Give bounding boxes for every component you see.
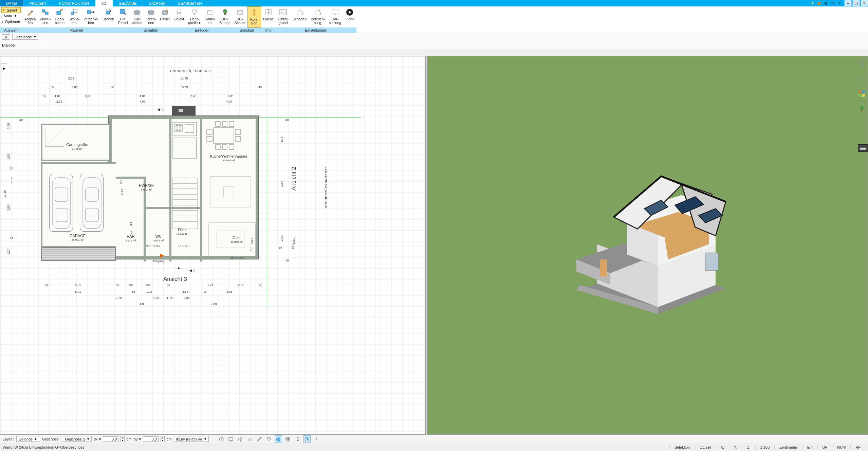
verschieben-button[interactable]: Verschie- ben: [81, 6, 100, 28]
svg-rect-0: [42, 10, 45, 12]
pinsel-button[interactable]: Pinsel: [158, 6, 172, 28]
group-info: Fläche Info: [261, 6, 276, 33]
house-shadow-icon: [295, 8, 304, 17]
menu-datei[interactable]: DATEI: [0, 0, 23, 6]
darstellung-button[interactable]: Dar- stellung: [327, 6, 343, 28]
minimize-button[interactable]: –: [844, 0, 852, 6]
titlebar-tools: ✦ ▦ ◍ ⟳ ?: [810, 0, 844, 6]
selekt-label: Selekt: [7, 8, 17, 12]
optionen-button[interactable]: + Optionen: [1, 19, 21, 24]
video-button[interactable]: Video: [343, 6, 356, 28]
kollision-button[interactable]: Kolli- sion: [247, 6, 261, 28]
zuweisen-button[interactable]: Zuwei- sen: [38, 6, 53, 28]
hintergrund-label: Hinter- grund: [278, 17, 289, 25]
ribbon: ➤ Selekt / Mark. ▾ + Optionen Auswahl Ab…: [0, 6, 868, 33]
svg-rect-6: [106, 11, 110, 14]
tool-refresh-icon[interactable]: ⟳: [830, 1, 835, 6]
tool-wrench-icon[interactable]: ✦: [810, 1, 815, 6]
chevron-down-icon: ▾: [34, 35, 36, 39]
edit-icon: [55, 8, 64, 17]
bearbeiten-button[interactable]: Bear- beiten: [53, 6, 67, 28]
cube-icon: [133, 8, 142, 17]
lightbulb-icon: [190, 8, 199, 17]
video-label: Video: [345, 17, 354, 21]
menu-spacer: [208, 0, 810, 6]
group-label-sonstige: Sonstige: [233, 28, 261, 33]
group-label-material: Material: [22, 28, 130, 33]
group-label-einstellungen: Einstellungen: [276, 28, 356, 33]
close-button[interactable]: ×: [861, 0, 868, 6]
menu-konstruktion[interactable]: KONSTRUKTION: [53, 0, 95, 6]
selekt-button[interactable]: ➤ Selekt: [1, 7, 21, 13]
bitmap3d-label: 3D- Bitmap: [219, 17, 230, 25]
svg-rect-11: [224, 13, 226, 15]
svg-rect-15: [280, 10, 287, 15]
objekt-button[interactable]: Objekt: [172, 6, 186, 28]
main-menu: DATEI PROJEKT KONSTRUKTION 3D GELÄNDE SI…: [0, 0, 868, 6]
lighting-icon: [313, 8, 322, 17]
svg-rect-17: [332, 10, 338, 14]
zuweisen-label: Zuwei- sen: [40, 17, 51, 25]
menu-bearbeiten[interactable]: BEARBEITEN: [172, 0, 208, 6]
group-label-schatten: Schatten: [130, 28, 172, 33]
group-label-einfuegen: Einfügen: [172, 28, 233, 33]
svg-point-9: [192, 9, 197, 13]
maximize-button[interactable]: ▢: [852, 0, 860, 6]
kollision-label: Kolli- sion: [250, 18, 258, 25]
rechnen-button[interactable]: Rech- nen: [144, 6, 158, 28]
svg-rect-8: [177, 10, 181, 13]
svg-rect-5: [87, 11, 91, 14]
eyedropper-icon: [26, 8, 35, 17]
drehen-button[interactable]: Drehen: [100, 6, 116, 28]
menu-gelaende[interactable]: GELÄNDE: [113, 0, 143, 6]
bitmap3d-button[interactable]: 3D- Bitmap: [217, 6, 233, 28]
lichtquelle-label: Licht- quelle ▾: [188, 17, 201, 25]
hintergrund-button[interactable]: Hinter- grund: [276, 6, 291, 28]
darstellen-label: Dar- stellen: [132, 17, 142, 25]
svg-point-13: [253, 9, 255, 11]
abgreifen-label: Abgrei- fen: [24, 17, 36, 25]
area-icon: [264, 8, 273, 17]
hinpinsel-button[interactable]: Hin. Pinsel: [116, 6, 130, 28]
bearbeiten-label: Bear- beiten: [55, 17, 64, 25]
flaeche-button[interactable]: Fläche: [261, 6, 276, 28]
darstellung-label: Dar- stellung: [329, 17, 341, 25]
rechnen-label: Rech- nen: [146, 17, 156, 25]
play-icon: [345, 8, 354, 17]
person-icon: [250, 8, 259, 17]
beleuchtung-label: Beleuch- tung: [311, 17, 325, 25]
pen-icon: /: [1, 14, 2, 18]
plan-combo[interactable]: Urgelände▾: [12, 34, 38, 40]
darstellen-button[interactable]: Dar- stellen: [130, 6, 144, 28]
schnitt3d-button[interactable]: 3D- Schnitt: [233, 6, 247, 28]
tool-board-icon[interactable]: ▦: [816, 1, 822, 6]
tool-globe-icon[interactable]: ◍: [823, 1, 829, 6]
move-icon: [87, 8, 95, 17]
flaeche-label: Fläche: [263, 17, 274, 21]
schatten-e-button[interactable]: Schatten: [291, 6, 309, 28]
kamera-button[interactable]: Kame- ra: [203, 6, 217, 28]
background-icon: [279, 8, 288, 17]
window-buttons: – ▢ ×: [844, 0, 868, 6]
tool-help-icon[interactable]: ?: [837, 1, 842, 6]
camera-icon: [206, 8, 215, 17]
svg-rect-2: [57, 11, 61, 15]
section-icon: [236, 8, 244, 17]
menu-projekt[interactable]: PROJEKT: [23, 0, 53, 6]
skalieren-button[interactable]: Skalie- ren: [67, 6, 81, 28]
mark-button[interactable]: / Mark. ▾: [1, 13, 21, 19]
schatten-e-label: Schatten: [293, 17, 307, 21]
tree-icon: [221, 8, 229, 17]
group-sonstige: 3D- Schnitt Kolli- sion Sonstige: [233, 6, 261, 33]
plan-bar: 3D Urgelände▾: [0, 33, 868, 41]
plan-combo-value: Urgelände: [15, 35, 32, 39]
svg-point-16: [319, 10, 320, 11]
svg-rect-4: [74, 9, 77, 13]
mark-label: Mark.: [4, 14, 13, 18]
menu-sichten[interactable]: SICHTEN: [143, 0, 172, 6]
menu-3d[interactable]: 3D: [95, 0, 113, 6]
beleuchtung-button[interactable]: Beleuch- tung: [309, 6, 327, 28]
drehen-label: Drehen: [103, 17, 114, 21]
abgreifen-button[interactable]: Abgrei- fen: [22, 6, 38, 28]
lichtquelle-button[interactable]: Licht- quelle ▾: [186, 6, 203, 28]
